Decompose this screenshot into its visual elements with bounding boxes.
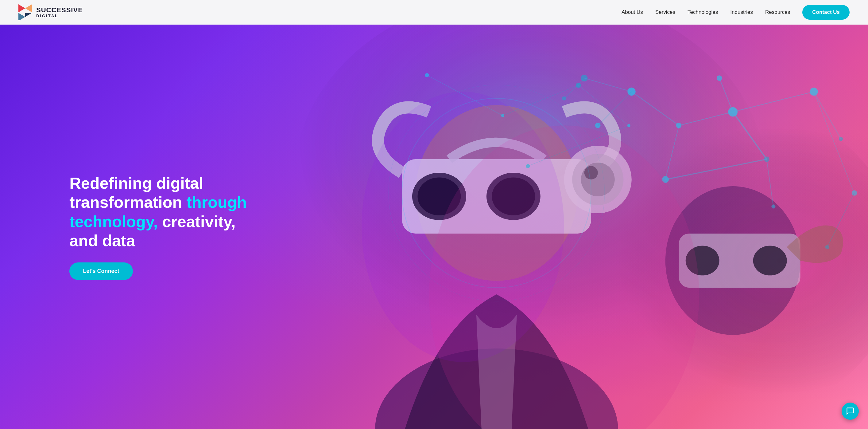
svg-marker-2 bbox=[19, 13, 25, 20]
nav-about-us[interactable]: About Us bbox=[622, 9, 643, 16]
header: SUCCESSIVE DIGITAL About Us Services Tec… bbox=[0, 0, 868, 25]
nav-industries[interactable]: Industries bbox=[730, 9, 753, 16]
lets-connect-button[interactable]: Let's Connect bbox=[69, 262, 133, 280]
hero-title: Redefining digital transformation throug… bbox=[69, 174, 247, 251]
hero-title-creativity: creativity, bbox=[158, 213, 236, 230]
contact-us-button[interactable]: Contact Us bbox=[802, 5, 849, 20]
hero-title-data: and data bbox=[69, 232, 135, 250]
main-nav: About Us Services Technologies Industrie… bbox=[622, 5, 849, 20]
logo[interactable]: SUCCESSIVE DIGITAL bbox=[19, 4, 83, 20]
logo-text: SUCCESSIVE DIGITAL bbox=[36, 6, 83, 18]
svg-marker-1 bbox=[25, 4, 32, 12]
logo-subtitle: DIGITAL bbox=[36, 14, 83, 18]
nav-resources[interactable]: Resources bbox=[765, 9, 790, 16]
nav-services[interactable]: Services bbox=[655, 9, 675, 16]
hero-highlight-technology: technology, bbox=[69, 213, 158, 230]
hero-section: Redefining digital transformation throug… bbox=[0, 25, 868, 429]
chat-icon bbox=[846, 407, 855, 416]
logo-icon bbox=[19, 4, 33, 20]
svg-marker-0 bbox=[19, 4, 25, 12]
svg-marker-3 bbox=[25, 13, 32, 17]
hero-title-line2: transformation bbox=[69, 193, 186, 211]
nav-technologies[interactable]: Technologies bbox=[687, 9, 718, 16]
svg-point-20 bbox=[753, 246, 787, 276]
hero-highlight-through: through bbox=[187, 193, 247, 211]
hero-illustration bbox=[260, 25, 868, 429]
hero-title-line1: Redefining digital bbox=[69, 174, 203, 192]
hero-content: Redefining digital transformation throug… bbox=[0, 174, 247, 280]
svg-point-52 bbox=[362, 92, 564, 362]
logo-name: SUCCESSIVE bbox=[36, 6, 83, 14]
chat-bubble[interactable] bbox=[842, 403, 859, 420]
